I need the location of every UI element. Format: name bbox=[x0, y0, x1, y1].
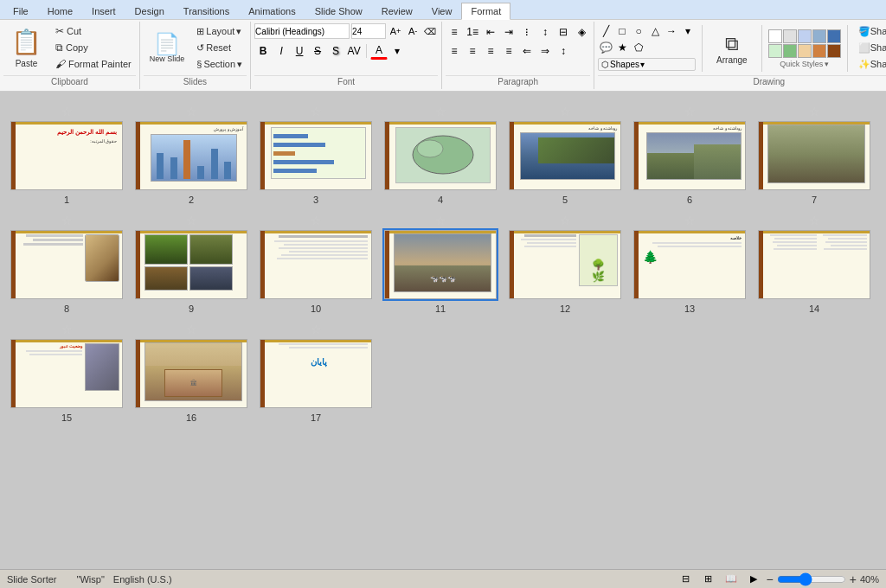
more-shapes-button[interactable]: ▾ bbox=[680, 23, 696, 39]
slide-wrapper-12[interactable]: 🌳 🌿 bbox=[507, 228, 623, 301]
font-color-button[interactable]: A bbox=[370, 42, 388, 60]
increase-indent-button[interactable]: ⇥ bbox=[500, 23, 517, 41]
slide-wrapper-11[interactable]: 🐄🐄🐄 bbox=[382, 228, 498, 301]
slideshow-button[interactable]: ▶ bbox=[744, 572, 763, 587]
rect-shape-button[interactable]: □ bbox=[614, 23, 630, 39]
slide-wrapper-7[interactable] bbox=[756, 119, 872, 192]
arrange-button[interactable]: ⧉ Arrange bbox=[709, 23, 755, 74]
tab-transitions[interactable]: Transitions bbox=[174, 2, 239, 19]
slide-wrapper-1[interactable]: بسم الله الرحمن الرحيم حقوق المرتبه: bbox=[9, 119, 125, 192]
ltr-button[interactable]: ⇒ bbox=[536, 42, 554, 60]
arrow-shape-button[interactable]: → bbox=[664, 23, 679, 39]
quick-style-4[interactable] bbox=[812, 29, 826, 43]
theme-name: "Wisp" bbox=[77, 574, 105, 585]
slide-wrapper-15[interactable]: وضعيت عبور bbox=[9, 337, 125, 410]
tab-review[interactable]: Review bbox=[372, 2, 422, 19]
rtl-button[interactable]: ⇐ bbox=[518, 42, 536, 60]
oval-shape-button[interactable]: ○ bbox=[631, 23, 646, 39]
align-right-button[interactable]: ≡ bbox=[482, 42, 499, 60]
slide-sorter[interactable]: ☆ بسم الله الرحمن الرحيم حقوق المرتبه: bbox=[0, 92, 886, 569]
slide-wrapper-9[interactable] bbox=[133, 228, 249, 301]
section-button[interactable]: § Section ▾ bbox=[192, 56, 247, 72]
underline-button[interactable]: U bbox=[291, 42, 308, 60]
paste-button[interactable]: 📋 Paste bbox=[3, 23, 49, 74]
slides-grid: ☆ بسم الله الرحمن الرحيم حقوق المرتبه: bbox=[9, 105, 877, 423]
tab-format[interactable]: Format bbox=[461, 3, 510, 20]
slide-wrapper-8[interactable] bbox=[9, 228, 125, 301]
bullets-button[interactable]: ≡ bbox=[446, 23, 463, 41]
tab-file[interactable]: File bbox=[3, 2, 38, 19]
slide-wrapper-14[interactable] bbox=[756, 228, 872, 301]
font-size-input[interactable] bbox=[351, 23, 386, 39]
reading-view-button[interactable]: 📖 bbox=[722, 572, 741, 587]
zoom-minus[interactable]: − bbox=[767, 572, 774, 586]
zoom-slider[interactable] bbox=[777, 573, 846, 585]
slide-wrapper-5[interactable]: روداشته و شاخه bbox=[507, 119, 623, 192]
decrease-indent-button[interactable]: ⇤ bbox=[482, 23, 499, 41]
font-size-decrease-button[interactable]: A- bbox=[405, 23, 421, 39]
quick-style-1[interactable] bbox=[768, 29, 782, 43]
shapes-dropdown-button[interactable]: ⬡ Shapes ▾ bbox=[598, 58, 696, 71]
layout-button[interactable]: ⊞ Layout ▾ bbox=[192, 23, 247, 39]
slide-wrapper-4[interactable] bbox=[382, 119, 498, 192]
tab-animations[interactable]: Animations bbox=[239, 2, 305, 19]
text-direction-button[interactable]: ↕ bbox=[536, 23, 554, 41]
callout-shape-button[interactable]: 💬 bbox=[598, 40, 613, 55]
quick-style-9[interactable] bbox=[812, 44, 826, 58]
line-shape-button[interactable]: ╱ bbox=[598, 23, 613, 39]
numbering-button[interactable]: 1≡ bbox=[464, 23, 481, 41]
tab-design[interactable]: Design bbox=[125, 2, 174, 19]
slide-wrapper-17[interactable]: پایان bbox=[258, 337, 374, 410]
pentagon-shape-button[interactable]: ⬠ bbox=[631, 40, 646, 55]
clipboard-sub-buttons: ✂ Cut ⧉ Copy 🖌 Format Painter bbox=[51, 23, 136, 72]
cut-button[interactable]: ✂ Cut bbox=[51, 23, 136, 39]
reset-button[interactable]: ↺ Reset bbox=[192, 40, 247, 55]
shadow-button[interactable]: S bbox=[327, 42, 344, 60]
line-spacing-button[interactable]: ↕ bbox=[555, 42, 572, 60]
quick-style-2[interactable] bbox=[783, 29, 797, 43]
new-slide-button[interactable]: 📄 New Slide bbox=[144, 23, 191, 74]
slide-wrapper-10[interactable] bbox=[258, 228, 374, 301]
slide-wrapper-6[interactable]: روداشته و شاخه bbox=[632, 119, 748, 192]
shape-outline-button[interactable]: ⬜ Shape Outline ▾ bbox=[854, 40, 886, 55]
new-slide-icon: 📄 bbox=[154, 34, 180, 54]
align-center-button[interactable]: ≡ bbox=[464, 42, 481, 60]
copy-button[interactable]: ⧉ Copy bbox=[51, 40, 136, 55]
tab-insert[interactable]: Insert bbox=[82, 2, 125, 19]
strikethrough-button[interactable]: S bbox=[309, 42, 326, 60]
font-color-dropdown[interactable]: ▾ bbox=[388, 42, 406, 60]
zoom-plus[interactable]: + bbox=[850, 572, 857, 586]
tab-slideshow[interactable]: Slide Show bbox=[305, 2, 372, 19]
shape-fill-button[interactable]: 🪣 Shape Fill ▾ bbox=[854, 23, 886, 39]
smartart-button[interactable]: ◈ bbox=[573, 23, 590, 41]
shape-effects-button[interactable]: ✨ Shape Effects ▾ bbox=[854, 56, 886, 72]
slide-wrapper-16[interactable]: 🏛 bbox=[133, 337, 249, 410]
quick-style-3[interactable] bbox=[798, 29, 812, 43]
slide-sorter-view-button[interactable]: ⊞ bbox=[699, 572, 718, 587]
tab-view[interactable]: View bbox=[422, 2, 462, 19]
columns-button[interactable]: ⫶ bbox=[518, 23, 536, 41]
slide-wrapper-13[interactable]: خلاصه 🌲 bbox=[632, 228, 748, 301]
quick-styles-label[interactable]: Quick Styles ▾ bbox=[780, 60, 829, 68]
quick-style-8[interactable] bbox=[798, 44, 812, 58]
slide-wrapper-3[interactable] bbox=[258, 119, 374, 192]
slide-wrapper-2[interactable]: آموزش و پرورش bbox=[133, 119, 249, 192]
font-name-input[interactable] bbox=[254, 23, 350, 39]
star-shape-button[interactable]: ★ bbox=[614, 40, 630, 55]
char-spacing-button[interactable]: AV bbox=[345, 42, 363, 60]
align-text-button[interactable]: ⊟ bbox=[555, 23, 572, 41]
format-painter-button[interactable]: 🖌 Format Painter bbox=[51, 56, 136, 72]
bold-button[interactable]: B bbox=[254, 42, 272, 60]
quick-style-5[interactable] bbox=[827, 29, 841, 43]
tab-home[interactable]: Home bbox=[38, 2, 82, 19]
italic-button[interactable]: I bbox=[273, 42, 290, 60]
clear-format-button[interactable]: ⌫ bbox=[422, 23, 438, 39]
triangle-shape-button[interactable]: △ bbox=[647, 23, 663, 39]
quick-style-10[interactable] bbox=[827, 44, 841, 58]
quick-style-6[interactable] bbox=[768, 44, 782, 58]
quick-style-7[interactable] bbox=[783, 44, 797, 58]
justify-button[interactable]: ≡ bbox=[500, 42, 517, 60]
font-size-increase-button[interactable]: A+ bbox=[388, 23, 403, 39]
align-left-button[interactable]: ≡ bbox=[446, 42, 463, 60]
normal-view-button[interactable]: ⊟ bbox=[677, 572, 696, 587]
